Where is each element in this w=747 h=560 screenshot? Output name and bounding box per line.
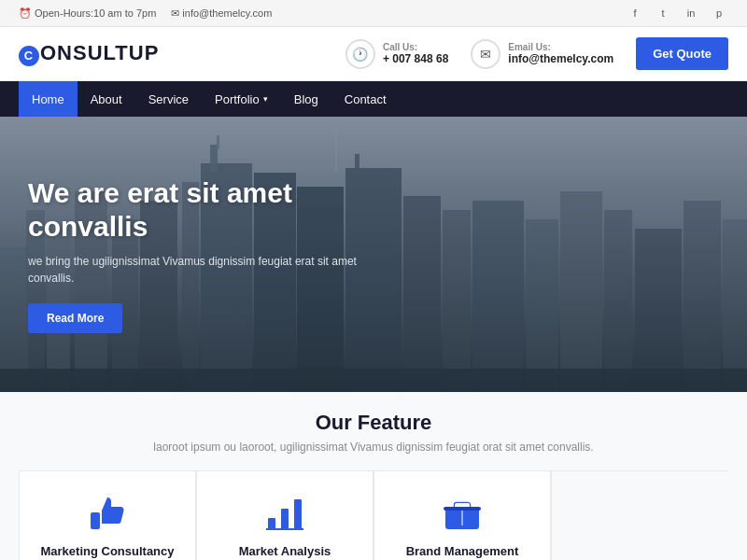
- nav-contact[interactable]: Contact: [331, 81, 400, 117]
- hero-title: We are erat sit amet convallis: [28, 176, 364, 244]
- feature-card-marketing: Marketing Consultancy: [19, 470, 196, 560]
- call-us: 🕐 Call Us: + 007 848 68: [345, 39, 448, 69]
- svg-rect-31: [294, 499, 302, 529]
- svg-rect-30: [281, 509, 289, 529]
- nav-service[interactable]: Service: [135, 81, 202, 117]
- features-section: Our Feature laoroot ipsum ou laoroot, ug…: [0, 392, 747, 560]
- call-info: Call Us: + 007 848 68: [383, 42, 448, 65]
- email-icon: ✉: [171, 7, 179, 19]
- feature-card-extra: [551, 470, 728, 560]
- social-links: f t in p: [626, 4, 728, 22]
- envelope-icon: ✉: [471, 39, 500, 69]
- feature-card-brand: Brand Management: [374, 470, 551, 560]
- logo-c: C: [19, 46, 39, 66]
- feature-name-analysis: Market Analysis: [212, 544, 358, 558]
- site-logo: CONSULTUP: [19, 41, 159, 66]
- linkedin-icon[interactable]: in: [682, 4, 700, 22]
- email-info: ✉ info@themelcy.com: [171, 7, 272, 20]
- header-contacts: 🕐 Call Us: + 007 848 68 ✉ Email Us: info…: [345, 37, 728, 70]
- hero-section: We are erat sit amet convallis we bring …: [0, 117, 747, 392]
- facebook-icon[interactable]: f: [626, 4, 644, 22]
- nav-home[interactable]: Home: [19, 81, 78, 117]
- features-subtitle: laoroot ipsum ou laoroot, ugilignissimat…: [19, 441, 728, 454]
- feature-card-analysis: Market Analysis: [196, 470, 374, 560]
- svg-rect-28: [91, 512, 100, 529]
- site-header: CONSULTUP 🕐 Call Us: + 007 848 68 ✉ Emai…: [0, 27, 747, 81]
- nav-about[interactable]: About: [78, 81, 135, 117]
- feature-name-brand: Brand Management: [389, 544, 535, 558]
- svg-rect-29: [268, 518, 275, 529]
- read-more-button[interactable]: Read More: [28, 303, 122, 333]
- top-bar-left: ⏰ Open-Hours:10 am to 7pm ✉ info@themelc…: [19, 7, 272, 20]
- email-us: ✉ Email Us: info@themelcy.com: [471, 39, 613, 69]
- thumbs-up-icon: [85, 490, 130, 535]
- features-cards: Marketing Consultancy Market Analysis: [19, 470, 728, 560]
- phone-icon: 🕐: [345, 39, 375, 69]
- email-info: Email Us: info@themelcy.com: [508, 42, 613, 65]
- main-nav: Home About Service Portfolio ▾ Blog Cont…: [0, 81, 747, 117]
- hours-info: ⏰ Open-Hours:10 am to 7pm: [19, 7, 156, 20]
- clock-icon: ⏰: [19, 7, 32, 19]
- logo-text: ONSULTUP: [40, 41, 159, 64]
- hero-subtitle: we bring the ugilignissimat Vivamus dign…: [28, 253, 364, 287]
- portfolio-arrow: ▾: [263, 94, 268, 104]
- nav-portfolio[interactable]: Portfolio ▾: [202, 81, 281, 117]
- feature-name-marketing: Marketing Consultancy: [35, 544, 180, 558]
- bar-chart-icon: [262, 490, 307, 535]
- twitter-icon[interactable]: t: [654, 4, 672, 22]
- pinterest-icon[interactable]: p: [710, 4, 728, 22]
- hero-content: We are erat sit amet convallis we bring …: [0, 176, 392, 333]
- nav-blog[interactable]: Blog: [281, 81, 331, 117]
- svg-rect-36: [444, 507, 481, 511]
- features-title: Our Feature: [19, 411, 728, 435]
- briefcase-icon: [440, 490, 485, 535]
- get-quote-button[interactable]: Get Quote: [636, 37, 728, 70]
- top-bar: ⏰ Open-Hours:10 am to 7pm ✉ info@themelc…: [0, 0, 747, 27]
